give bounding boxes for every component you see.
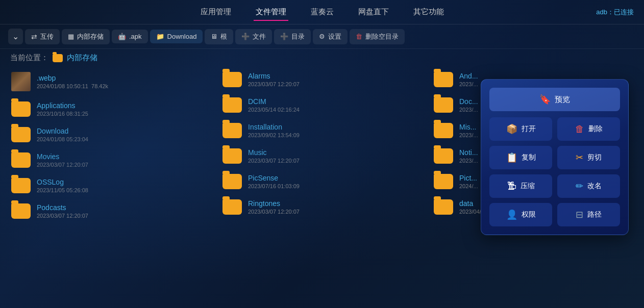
file-date-installation: 2023/09/02 13:54:09 xyxy=(248,132,300,138)
file-thumbnail-webp xyxy=(11,72,31,91)
folder-icon-podcasts xyxy=(11,203,31,219)
folder-icon-applications xyxy=(11,101,31,117)
preview-icon: 🔖 xyxy=(539,94,551,105)
gear-icon: ⚙ xyxy=(319,33,325,40)
rename-icon: ✏ xyxy=(576,181,583,192)
folder-icon-download xyxy=(11,127,31,142)
ctx-cut-button[interactable]: ✂ 剪切 xyxy=(557,146,620,169)
delete-icon: 🗑 xyxy=(575,124,584,135)
nav-item-cloud-download[interactable]: 网盘直下 xyxy=(356,4,391,20)
folder-icon-dcim xyxy=(222,97,242,113)
breadcrumb-prefix: 当前位置： xyxy=(10,53,48,63)
file-date-download: 2024/01/08 05:23:04 xyxy=(37,136,88,142)
file-date-picsense: 2023/07/16 01:03:09 xyxy=(248,183,300,189)
file-date-alarms: 2023/03/07 12:20:07 xyxy=(248,81,300,87)
storage-icon: ▦ xyxy=(68,33,74,40)
file-item-podcasts[interactable]: Podcasts 2023/03/07 12:20:07 xyxy=(5,198,216,224)
transfer-button[interactable]: ⇄ 互传 xyxy=(25,29,60,44)
file-date-podcasts: 2023/03/07 12:20:07 xyxy=(37,213,88,219)
android-icon: 🤖 xyxy=(118,33,126,40)
apk-button[interactable]: 🤖 .apk xyxy=(112,30,148,43)
file-item-applications[interactable]: Applications 2023/10/16 08:31:25 xyxy=(5,96,216,122)
nav-item-other[interactable]: 其它功能 xyxy=(411,4,446,20)
download-folder-button[interactable]: 📁 Download xyxy=(150,30,203,43)
file-item-movies[interactable]: Movies 2023/03/07 12:20:07 xyxy=(5,147,216,173)
new-file-button[interactable]: ➕ 文件 xyxy=(235,29,272,44)
file-name-documents: Doc... xyxy=(459,97,478,106)
file-item-alarms[interactable]: Alarms 2023/03/07 12:20:07 xyxy=(216,67,428,92)
nav-item-file-manage[interactable]: 文件管理 xyxy=(254,4,288,20)
ctx-compress-button[interactable]: 🗜 压缩 xyxy=(489,174,552,198)
folder-icon-pictures xyxy=(434,174,453,189)
file-name-notifications: Noti... xyxy=(459,148,478,157)
file-date-webp: 2024/01/08 10:50:11 78.42k xyxy=(37,83,108,89)
folder-icon-picsense xyxy=(222,174,242,189)
file-item-dcim[interactable]: DCIM 2023/05/14 02:16:24 xyxy=(216,92,428,118)
copy-icon: 📋 xyxy=(506,152,517,163)
file-column-1: Alarms 2023/03/07 12:20:07 DCIM 2023/05/… xyxy=(216,67,428,224)
breadcrumb-folder-icon xyxy=(53,54,63,62)
ctx-delete-button[interactable]: 🗑 删除 xyxy=(557,117,620,141)
settings-button[interactable]: ⚙ 设置 xyxy=(313,29,348,44)
file-item-webp[interactable]: .webp 2024/01/08 10:50:11 78.42k xyxy=(5,67,216,96)
file-name-music: Music xyxy=(248,148,300,157)
file-item-picsense[interactable]: PicSense 2023/07/16 01:03:09 xyxy=(216,169,428,194)
delete-empty-dirs-button[interactable]: 🗑 删除空目录 xyxy=(350,29,405,44)
ctx-permissions-button[interactable]: 👤 权限 xyxy=(489,203,552,226)
file-date-movies: 2023/03/07 12:20:07 xyxy=(37,162,88,168)
breadcrumb: 当前位置： 内部存储 xyxy=(0,49,644,67)
rename-label: 改名 xyxy=(587,182,602,191)
internal-storage-button[interactable]: ▦ 内部存储 xyxy=(62,29,110,44)
file-item-osslog[interactable]: OSSLog 2023/11/05 05:26:08 xyxy=(5,173,216,198)
file-item-music[interactable]: Music 2023/03/07 12:20:07 xyxy=(216,143,428,169)
file-date-pictures: 2024/... xyxy=(459,183,478,189)
file-name-movies: Movies xyxy=(37,152,88,161)
file-name-android: And... xyxy=(459,72,478,80)
adb-status: adb：已连接 xyxy=(596,8,634,17)
folder-icon-installation xyxy=(222,123,242,138)
root-icon: 🖥 xyxy=(211,33,217,40)
compress-label: 压缩 xyxy=(521,182,535,191)
file-item-installation[interactable]: Installation 2023/09/02 13:54:09 xyxy=(216,118,428,143)
file-name-alarms: Alarms xyxy=(248,72,300,80)
root-button[interactable]: 🖥 根 xyxy=(205,29,233,44)
file-item-ringtones[interactable]: Ringtones 2023/03/07 12:20:07 xyxy=(216,194,428,220)
context-menu: 🔖 预览 📦 打开 🗑 删除 📋 复制 ✂ 剪切 🗜 压缩 ✏ 改名 xyxy=(481,79,629,235)
ctx-rename-button[interactable]: ✏ 改名 xyxy=(557,174,620,198)
file-name-download: Download xyxy=(37,127,88,135)
scissors-icon: ✂ xyxy=(576,152,583,163)
plus-dir-icon: ➕ xyxy=(280,33,288,40)
file-name-picsense: PicSense xyxy=(248,174,300,182)
chevron-down-icon: ⌄ xyxy=(12,32,19,41)
file-name-ringtones: Ringtones xyxy=(248,199,300,208)
file-name-podcasts: Podcasts xyxy=(37,203,88,212)
file-name-misc: Mis... xyxy=(459,123,478,131)
file-date-misc: 2023/... xyxy=(459,132,478,138)
nav-item-app-manage[interactable]: 应用管理 xyxy=(199,4,233,20)
file-date-notifications: 2023/... xyxy=(459,158,478,164)
breadcrumb-path: 内部存储 xyxy=(67,53,97,63)
file-date-music: 2023/03/07 12:20:07 xyxy=(248,158,300,164)
ctx-open-button[interactable]: 📦 打开 xyxy=(489,117,552,141)
delete-icon: 🗑 xyxy=(356,33,362,40)
file-size-webp: 78.42k xyxy=(91,83,108,89)
ctx-path-button[interactable]: ⊟ 路径 xyxy=(557,203,620,226)
ctx-preview-button[interactable]: 🔖 预览 xyxy=(489,88,620,111)
transfer-icon: ⇄ xyxy=(31,33,37,41)
folder-icon-movies xyxy=(11,152,31,168)
preview-label: 预览 xyxy=(555,95,570,105)
new-dir-button[interactable]: ➕ 目录 xyxy=(274,29,311,44)
file-date-applications: 2023/10/16 08:31:25 xyxy=(37,111,88,117)
folder-icon-android xyxy=(434,72,453,87)
dropdown-button[interactable]: ⌄ xyxy=(8,29,23,44)
compress-icon: 🗜 xyxy=(507,181,516,192)
nav-item-blue-cloud[interactable]: 蓝奏云 xyxy=(309,4,336,20)
file-name-osslog: OSSLog xyxy=(37,178,88,186)
folder-icon-data xyxy=(434,199,453,215)
path-icon: ⊟ xyxy=(576,209,583,220)
file-item-download[interactable]: Download 2024/01/08 05:23:04 xyxy=(5,122,216,147)
ctx-copy-button[interactable]: 📋 复制 xyxy=(489,146,552,169)
copy-label: 复制 xyxy=(522,153,536,162)
file-name-applications: Applications xyxy=(37,101,88,110)
file-name-dcim: DCIM xyxy=(248,97,300,106)
